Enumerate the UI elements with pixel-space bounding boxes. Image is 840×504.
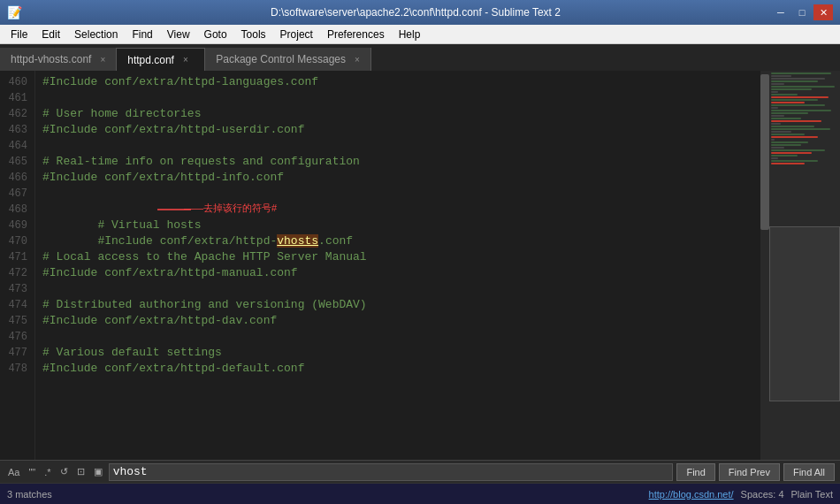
code-line-472: #Include conf/extra/httpd-manual.conf <box>42 265 753 281</box>
find-bar: Aa "" .* ↺ ⊡ ▣ Find Find Prev Find All <box>0 460 840 483</box>
code-line-474: # Distributed authoring and versioning (… <box>42 297 753 313</box>
code-line-476 <box>42 329 753 345</box>
code-line-466: #Include conf/extra/httpd-info.conf <box>42 170 753 186</box>
menu-goto[interactable]: Goto <box>197 27 234 42</box>
menu-view[interactable]: View <box>160 27 197 42</box>
code-line-465: # Real-time info on requests and configu… <box>42 154 753 170</box>
find-input-wrapper <box>109 463 674 481</box>
case-sensitive-icon[interactable]: Aa <box>5 466 22 478</box>
line-numbers: 460 461 462 463 464 465 466 467 468 469 … <box>0 71 35 460</box>
tab-label-vhosts: httpd-vhosts.conf <box>11 53 91 65</box>
status-link[interactable]: http://blog.csdn.net/ <box>649 489 734 500</box>
code-line-478: #Include conf/extra/httpd-default.conf <box>42 361 753 377</box>
tab-httpd-conf[interactable]: httpd.conf × <box>117 48 205 71</box>
code-line-468: # Virtual hosts ——去掉该行的符号# <box>42 202 753 218</box>
regex-icon[interactable]: .* <box>42 466 53 478</box>
in-selection-icon[interactable]: ⊡ <box>74 465 88 478</box>
find-all-button[interactable]: Find All <box>783 463 835 481</box>
code-line-464 <box>42 138 753 154</box>
spaces-indicator[interactable]: Spaces: 4 <box>741 489 784 500</box>
minimap-viewport[interactable] <box>769 226 840 401</box>
code-line-462: # User home directories <box>42 106 753 122</box>
code-line-471: # Local access to the Apache HTTP Server… <box>42 249 753 265</box>
vertical-scrollbar[interactable] <box>760 71 769 460</box>
code-line-463: #Include conf/extra/httpd-userdir.conf <box>42 122 753 138</box>
find-prev-button[interactable]: Find Prev <box>719 463 780 481</box>
code-line-473 <box>42 281 753 297</box>
close-button[interactable]: ✕ <box>813 4 833 20</box>
highlight-icon[interactable]: ▣ <box>91 465 105 478</box>
menu-preferences[interactable]: Preferences <box>320 27 392 42</box>
find-input[interactable] <box>110 465 673 478</box>
minimap <box>769 71 840 460</box>
menu-help[interactable]: Help <box>392 27 428 42</box>
tab-httpd-vhosts[interactable]: httpd-vhosts.conf × <box>0 48 117 71</box>
minimize-button[interactable]: ─ <box>771 4 790 20</box>
code-area[interactable]: #Include conf/extra/httpd-languages.conf… <box>35 71 760 460</box>
menu-find[interactable]: Find <box>125 27 159 42</box>
editor: 460 461 462 463 464 465 466 467 468 469 … <box>0 71 760 460</box>
title-bar: 📝 D:\software\server\apache2.2\conf\http… <box>0 0 840 25</box>
menu-tools[interactable]: Tools <box>234 27 273 42</box>
main-area: 460 461 462 463 464 465 466 467 468 469 … <box>0 71 840 460</box>
scrollbar-thumb[interactable] <box>760 74 769 230</box>
menu-project[interactable]: Project <box>273 27 320 42</box>
wrap-icon[interactable]: ↺ <box>57 465 71 478</box>
tab-package-control[interactable]: Package Control Messages × <box>205 48 371 71</box>
tab-close-package[interactable]: × <box>355 55 360 65</box>
find-button[interactable]: Find <box>676 463 714 481</box>
code-line-460: #Include conf/extra/httpd-languages.conf <box>42 74 753 90</box>
code-line-467 <box>42 186 753 202</box>
title-icon: 📝 <box>7 5 22 19</box>
tab-bar: httpd-vhosts.conf × httpd.conf × Package… <box>0 44 840 71</box>
annotation-arrow <box>157 203 193 216</box>
code-line-461 <box>42 90 753 106</box>
code-line-477: # Various default settings <box>42 345 753 361</box>
tab-close-conf[interactable]: × <box>183 55 188 65</box>
match-count: 3 matches <box>7 489 52 500</box>
menu-bar: File Edit Selection Find View Goto Tools… <box>0 25 840 44</box>
encoding-indicator[interactable]: Plain Text <box>791 489 834 500</box>
menu-edit[interactable]: Edit <box>34 27 67 42</box>
title-bar-text: D:\software\server\apache2.2\conf\httpd.… <box>60 6 771 19</box>
whole-word-icon[interactable]: "" <box>26 466 38 478</box>
tab-close-vhosts[interactable]: × <box>100 55 105 65</box>
minimap-lines <box>769 71 840 167</box>
status-bar: 3 matches http://blog.csdn.net/ Spaces: … <box>0 483 840 504</box>
code-line-475: #Include conf/extra/httpd-dav.conf <box>42 313 753 329</box>
maximize-button[interactable]: □ <box>792 4 812 20</box>
tab-label-conf: httpd.conf <box>127 54 174 66</box>
menu-file[interactable]: File <box>4 27 34 42</box>
tab-label-package: Package Control Messages <box>216 53 346 65</box>
menu-selection[interactable]: Selection <box>67 27 125 42</box>
